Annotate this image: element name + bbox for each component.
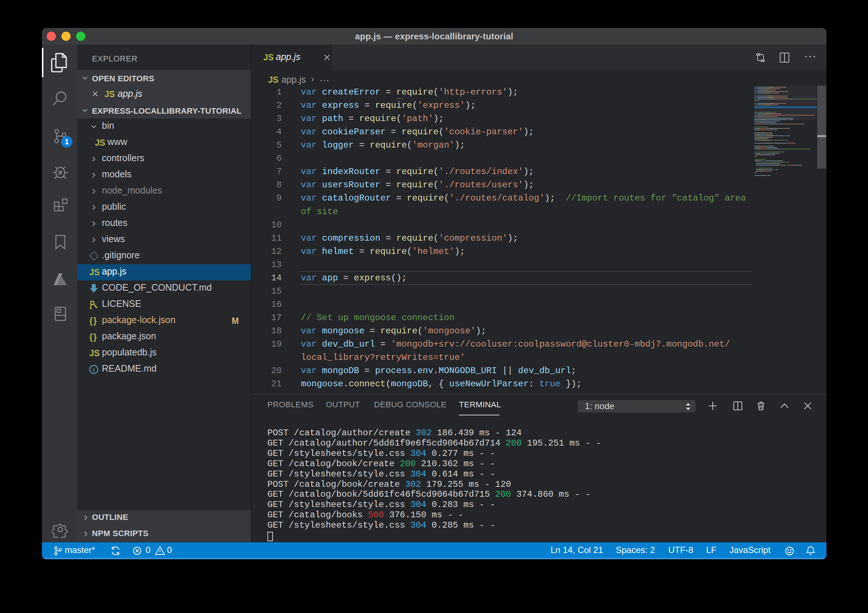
svg-text:i: i — [93, 367, 95, 373]
